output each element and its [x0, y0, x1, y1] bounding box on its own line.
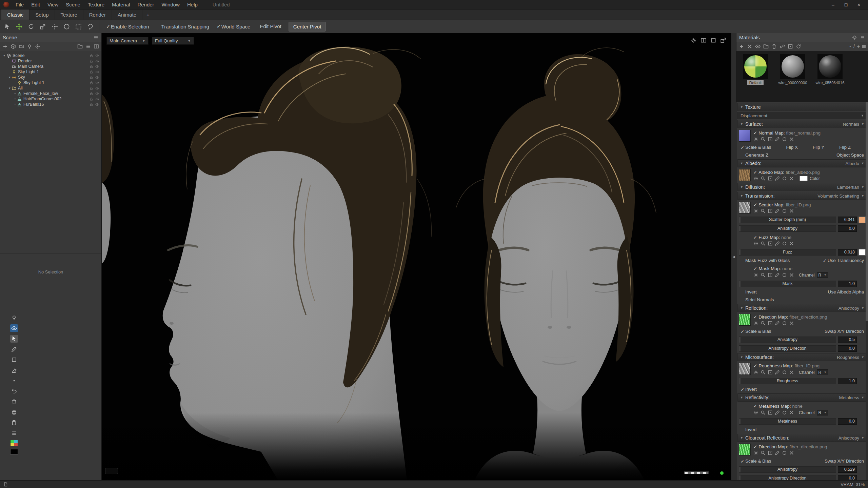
lock-icon[interactable] — [90, 70, 93, 74]
tab-classic[interactable]: Classic — [1, 9, 29, 20]
viewport-settings-icon[interactable] — [691, 37, 697, 43]
visibility-icon[interactable] — [95, 86, 99, 90]
delete-material-icon[interactable] — [747, 44, 752, 49]
section-reflectivity[interactable]: ▼Reflectivity:Metalness▼ — [737, 393, 867, 402]
albedo-mode-select[interactable]: Albedo▼ — [846, 161, 864, 166]
section-collapse-icon[interactable]: ▼ — [740, 162, 743, 165]
trash-material-icon[interactable] — [771, 44, 777, 49]
map-remove-icon[interactable] — [789, 450, 794, 455]
tree-row-hairfromcurves002[interactable]: +HairFromCurves002 — [0, 96, 101, 102]
circle-select-tool[interactable] — [61, 21, 72, 32]
expander-icon[interactable]: ▾ — [7, 86, 12, 90]
section-reflection[interactable]: ▼Reflection:Anisotropy▼ — [737, 304, 867, 312]
lock-icon[interactable] — [90, 76, 93, 79]
anisotropy-slider[interactable]: Anisotropy — [739, 225, 836, 232]
map-picker-icon[interactable] — [768, 208, 773, 214]
map-settings-icon[interactable] — [753, 272, 758, 278]
map-refresh-icon[interactable] — [782, 272, 787, 278]
map-file-name[interactable]: fiber_direction.png — [789, 444, 827, 449]
map-search-icon[interactable] — [761, 272, 766, 278]
map-settings-icon[interactable] — [753, 410, 758, 415]
section-collapse-icon[interactable]: ▼ — [740, 105, 743, 109]
checkmark-icon[interactable]: ✓ — [753, 130, 757, 136]
section-transmission[interactable]: ▼Transmission:Volumetric Scattering▼ — [737, 192, 867, 200]
tree-row-sky[interactable]: ▾Sky — [0, 75, 101, 80]
metalness-map-thumbnail[interactable] — [739, 403, 751, 415]
option-scale-bias[interactable]: ✓Scale & Bias — [741, 145, 771, 150]
roughness-slider[interactable]: Roughness — [739, 378, 836, 384]
expander-icon[interactable]: ▾ — [7, 76, 12, 79]
tree-row-female-face-low[interactable]: +Female_Face_low — [0, 91, 101, 96]
tree-row-render[interactable]: Render — [0, 58, 101, 64]
map-refresh-icon[interactable] — [782, 241, 787, 246]
map-picker-icon[interactable] — [768, 137, 773, 142]
list-view-icon[interactable] — [85, 44, 91, 49]
section-collapse-icon[interactable]: ▼ — [740, 436, 743, 440]
paint-color-swatch[interactable] — [11, 440, 14, 443]
scatter-map-thumbnail[interactable] — [739, 202, 751, 214]
menu-scene[interactable]: Scene — [62, 0, 84, 9]
channel-select[interactable]: R▼ — [817, 369, 828, 375]
checkmark-icon[interactable]: ✓ — [753, 235, 757, 240]
visibility-icon[interactable] — [95, 103, 99, 106]
map-search-icon[interactable] — [761, 410, 766, 415]
materials-panel-menu-icon[interactable] — [860, 35, 865, 40]
add-object-icon[interactable] — [11, 44, 16, 49]
section-clearcoat-reflection[interactable]: ▼Clearcoat Reflection:Anisotropy▼ — [737, 434, 867, 442]
option-scale-bias[interactable]: ✓Scale & Bias — [741, 329, 771, 334]
option-invert[interactable]: Invert — [741, 427, 757, 432]
anisotropy-direction-slider[interactable]: Anisotropy Direction — [739, 475, 836, 481]
section-collapse-icon[interactable]: ▼ — [740, 355, 743, 359]
add-item-icon[interactable] — [2, 44, 8, 49]
option-object-space[interactable]: Object Space — [832, 152, 864, 158]
tab-render[interactable]: Render — [83, 9, 112, 20]
material-item-wire-055064016[interactable]: wire_055064016 — [814, 54, 846, 85]
expand-plus-icon[interactable]: + — [13, 103, 17, 106]
rotate-tool[interactable] — [25, 21, 37, 32]
map-settings-icon[interactable] — [753, 137, 758, 142]
anisotropy-value[interactable]: 0.529 — [838, 466, 857, 473]
menu-material[interactable]: Material — [108, 0, 134, 9]
app-logo-icon[interactable] — [3, 2, 9, 7]
delete-tool-icon[interactable] — [10, 398, 18, 406]
anisotropy-direction-value[interactable]: 0.0 — [838, 345, 857, 352]
expander-icon[interactable]: ▾ — [2, 54, 6, 57]
scene-panel-menu-icon[interactable] — [93, 35, 99, 40]
quality-select[interactable]: Full Quality ▼ — [152, 37, 194, 45]
lock-icon[interactable] — [90, 103, 93, 106]
menu-view[interactable]: View — [44, 0, 62, 9]
eraser-tool-icon[interactable] — [10, 366, 18, 374]
material-item-wire-000000000[interactable]: wire_000000000 — [776, 54, 809, 85]
section-collapse-icon[interactable]: ▼ — [740, 185, 743, 189]
option-flip-x[interactable]: Flip X — [782, 145, 798, 150]
option-mask-fuzz-with-gloss[interactable]: Mask Fuzz with Gloss — [741, 258, 790, 263]
material-thumbnail[interactable] — [743, 54, 768, 79]
add-workspace-tab-button[interactable]: + — [142, 9, 154, 20]
tab-texture[interactable]: Texture — [55, 9, 83, 20]
visibility-icon[interactable] — [95, 76, 99, 79]
map-picker-icon[interactable] — [768, 272, 773, 278]
lock-icon[interactable] — [90, 65, 93, 68]
direction-map-thumbnail[interactable] — [739, 314, 751, 326]
option-flip-y[interactable]: Flip Y — [808, 145, 824, 150]
map-search-icon[interactable] — [761, 450, 766, 455]
new-material-icon[interactable] — [739, 44, 744, 49]
albedo-map-thumbnail[interactable] — [739, 169, 751, 181]
clipboard-tool-icon[interactable] — [10, 419, 18, 427]
map-refresh-icon[interactable] — [782, 176, 787, 181]
map-settings-icon[interactable] — [753, 450, 758, 455]
map-settings-icon[interactable] — [753, 370, 758, 375]
tree-row-main-camera[interactable]: Main Camera — [0, 64, 101, 69]
tree-row-furball016[interactable]: +FurBall016 — [0, 102, 101, 107]
reflectivity-mode-select[interactable]: Metalness▼ — [839, 395, 864, 400]
checkmark-icon[interactable]: ✓ — [753, 202, 757, 207]
visibility-tool-icon[interactable] — [10, 324, 18, 332]
section-collapse-icon[interactable]: ▼ — [740, 194, 743, 198]
map-edit-icon[interactable] — [775, 370, 780, 375]
option-swap-x-y-direction[interactable]: Swap X/Y Direction — [820, 459, 864, 464]
close-button[interactable]: × — [852, 0, 865, 9]
material-thumbnail[interactable] — [817, 54, 843, 79]
checkmark-icon[interactable]: ✓ — [753, 363, 757, 368]
add-camera-icon[interactable] — [19, 44, 24, 49]
option-invert[interactable]: Invert — [741, 289, 757, 294]
